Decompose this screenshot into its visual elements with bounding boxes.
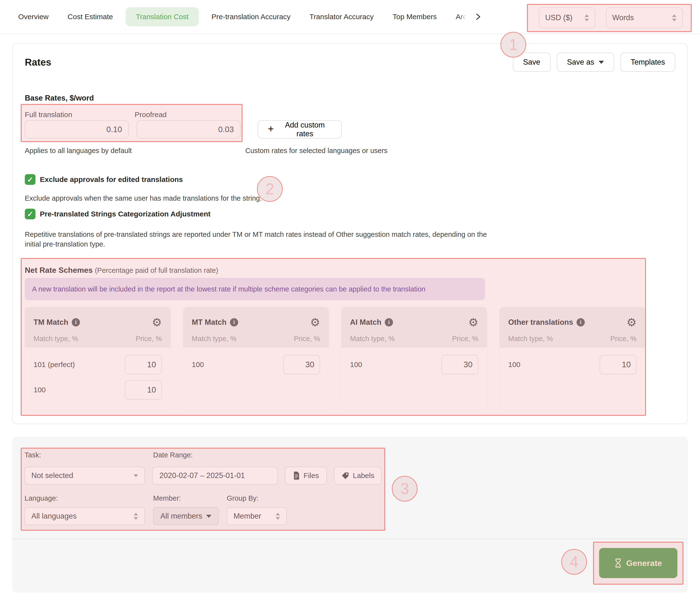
table-row: 100 bbox=[508, 352, 636, 377]
templates-button[interactable]: Templates bbox=[621, 52, 675, 72]
price-input[interactable] bbox=[442, 355, 478, 374]
price-column-header: Price, % bbox=[294, 335, 320, 343]
plus-icon: + bbox=[268, 124, 274, 134]
info-icon[interactable]: i bbox=[72, 318, 80, 327]
checkmark-icon: ✓ bbox=[27, 175, 33, 184]
gear-icon[interactable]: ⚙ bbox=[152, 317, 162, 328]
match-type-column-header: Match type, % bbox=[350, 335, 395, 343]
language-value: All languages bbox=[31, 512, 77, 521]
files-button[interactable]: Files bbox=[285, 467, 327, 485]
tabs-overflow-chevron-icon[interactable] bbox=[475, 12, 481, 22]
group-by-label: Group By: bbox=[227, 494, 258, 502]
document-icon bbox=[293, 471, 300, 480]
group-by-value: Member bbox=[233, 512, 261, 521]
table-row: 100 bbox=[192, 352, 320, 377]
info-icon[interactable]: i bbox=[577, 318, 585, 327]
tab-pre-translation-accuracy[interactable]: Pre-translation Accuracy bbox=[211, 12, 291, 21]
full-translation-rate-input[interactable] bbox=[25, 120, 129, 138]
date-range-input[interactable]: 2020-02-07 – 2025-01-01 bbox=[152, 467, 278, 485]
tag-icon bbox=[341, 471, 350, 480]
exclude-approvals-description: Exclude approvals when the same user has… bbox=[25, 194, 675, 202]
other-translations-card: Other translations i ⚙ Match type, % Pri… bbox=[499, 307, 645, 411]
tab-archive-truncated[interactable]: Arc bbox=[456, 12, 467, 21]
gear-icon[interactable]: ⚙ bbox=[310, 317, 320, 328]
rates-panel: Rates Save Save as Templates Base Rates,… bbox=[12, 43, 688, 424]
tab-cost-estimate[interactable]: Cost Estimate bbox=[68, 12, 113, 21]
unit-select[interactable]: Words bbox=[606, 7, 683, 28]
match-type-column-header: Match type, % bbox=[33, 335, 78, 343]
task-value: Not selected bbox=[31, 471, 73, 480]
tm-match-card: TM Match i ⚙ Match type, % Price, % 101 … bbox=[25, 307, 171, 411]
pretranslated-adjustment-description: Repetitive translations of pre-translate… bbox=[25, 230, 489, 249]
price-input[interactable] bbox=[600, 355, 636, 374]
divider bbox=[12, 539, 688, 539]
report-filters-panel: Task: Date Range: Not selected 2020-02-0… bbox=[12, 437, 688, 593]
pretranslated-adjustment-checkbox[interactable]: ✓ bbox=[25, 209, 35, 219]
ai-match-title: AI Match bbox=[350, 318, 381, 327]
price-input[interactable] bbox=[283, 355, 320, 374]
files-button-label: Files bbox=[304, 471, 319, 480]
hourglass-icon bbox=[615, 558, 622, 568]
currency-select[interactable]: USD ($) bbox=[539, 7, 595, 28]
tm-match-title: TM Match bbox=[33, 318, 68, 327]
save-button[interactable]: Save bbox=[513, 52, 551, 72]
price-input[interactable] bbox=[125, 355, 162, 374]
sort-arrows-icon bbox=[672, 14, 676, 21]
match-type-column-header: Match type, % bbox=[508, 335, 553, 343]
exclude-approvals-checkbox[interactable]: ✓ bbox=[25, 174, 35, 185]
tab-translator-accuracy[interactable]: Translator Accuracy bbox=[309, 12, 374, 21]
info-icon[interactable]: i bbox=[230, 318, 238, 327]
price-column-header: Price, % bbox=[610, 335, 636, 343]
checkmark-icon: ✓ bbox=[27, 210, 33, 218]
price-input[interactable] bbox=[125, 380, 162, 399]
date-range-label: Date Range: bbox=[153, 451, 193, 459]
match-type-value: 100 bbox=[33, 386, 46, 394]
match-type-value: 100 bbox=[350, 361, 362, 369]
group-by-select[interactable]: Member bbox=[227, 507, 287, 525]
table-row: 100 bbox=[33, 377, 162, 402]
member-label: Member: bbox=[153, 494, 181, 502]
unit-value: Words bbox=[612, 14, 634, 22]
chevron-down-icon bbox=[206, 515, 211, 518]
custom-rates-caption: Custom rates for selected languages or u… bbox=[245, 147, 388, 155]
chevron-down-icon bbox=[134, 474, 138, 477]
base-rates-heading: Base Rates, $/word bbox=[25, 94, 675, 103]
labels-button[interactable]: Labels bbox=[334, 467, 382, 485]
member-value: All members bbox=[160, 512, 202, 521]
exclude-approvals-label: Exclude approvals for edited translation… bbox=[40, 175, 183, 184]
sort-arrows-icon bbox=[584, 14, 589, 21]
net-rate-cards: TM Match i ⚙ Match type, % Price, % 101 … bbox=[25, 307, 675, 411]
mt-match-title: MT Match bbox=[192, 318, 227, 327]
price-column-header: Price, % bbox=[452, 335, 478, 343]
task-label: Task: bbox=[25, 451, 41, 459]
chevron-down-icon bbox=[599, 61, 604, 64]
match-type-value: 100 bbox=[192, 361, 204, 369]
base-rates-caption: Applies to all languages by default bbox=[25, 147, 132, 155]
mt-match-card: MT Match i ⚙ Match type, % Price, % 100 bbox=[183, 307, 329, 411]
tab-translation-cost[interactable]: Translation Cost bbox=[126, 7, 199, 26]
member-select[interactable]: All members bbox=[153, 507, 219, 525]
language-label: Language: bbox=[25, 494, 58, 502]
info-icon[interactable]: i bbox=[385, 318, 393, 327]
gear-icon[interactable]: ⚙ bbox=[468, 317, 478, 328]
tab-top-members[interactable]: Top Members bbox=[393, 12, 437, 21]
table-row: 101 (perfect) bbox=[33, 352, 162, 377]
save-as-button[interactable]: Save as bbox=[557, 52, 614, 72]
add-custom-rates-button[interactable]: + Add custom rates bbox=[258, 120, 342, 138]
labels-button-label: Labels bbox=[353, 471, 374, 480]
net-rate-schemes-heading: Net Rate Schemes (Percentage paid of ful… bbox=[25, 266, 675, 275]
language-select[interactable]: All languages bbox=[25, 507, 145, 525]
ai-match-card: AI Match i ⚙ Match type, % Price, % 100 bbox=[341, 307, 487, 411]
proofread-label: Proofread bbox=[135, 110, 167, 119]
sort-arrows-icon bbox=[134, 513, 138, 520]
pretranslated-adjustment-label: Pre-translated Strings Categorization Ad… bbox=[40, 210, 210, 218]
tab-overview[interactable]: Overview bbox=[18, 12, 49, 21]
gear-icon[interactable]: ⚙ bbox=[627, 317, 636, 328]
generate-button[interactable]: Generate bbox=[599, 548, 677, 578]
full-translation-label: Full translation bbox=[25, 110, 72, 119]
proofread-rate-input[interactable] bbox=[136, 120, 241, 138]
rates-title: Rates bbox=[25, 57, 51, 68]
table-row: 100 bbox=[350, 352, 478, 377]
task-select[interactable]: Not selected bbox=[25, 467, 145, 485]
other-translations-title: Other translations bbox=[508, 318, 573, 327]
